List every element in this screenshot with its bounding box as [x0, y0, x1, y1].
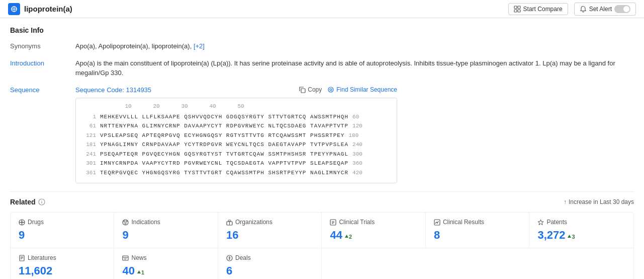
clinical-results-count: 8: [434, 229, 521, 242]
main-content: Basic Info Synonyms Apo(a), Apolipoprote…: [0, 18, 644, 279]
clinical-results-label: Clinical Results: [443, 219, 484, 226]
alert-icon: [580, 6, 587, 13]
start-compare-button[interactable]: Start Compare: [508, 3, 568, 15]
find-similar-icon: [328, 87, 334, 93]
copy-button[interactable]: Copy: [299, 86, 322, 93]
clinical-results-icon: [434, 219, 440, 226]
sequence-actions: Copy Find Similar Sequence: [299, 86, 397, 93]
svg-point-13: [41, 200, 42, 201]
copy-label: Copy: [308, 86, 322, 93]
svg-point-18: [125, 223, 126, 224]
related-item-organizations[interactable]: Organizations 16: [218, 213, 322, 248]
related-grid: Drugs 9 Indications: [10, 212, 634, 279]
patents-label: Patents: [546, 219, 567, 226]
svg-line-20: [126, 222, 127, 223]
indications-count: 9: [122, 229, 209, 242]
info-icon: [38, 198, 45, 205]
organizations-label: Organizations: [235, 219, 272, 226]
sequence-ruler: 10 20 30 40 50: [82, 102, 391, 111]
synonyms-row: Synonyms Apo(a), Apolipoprotein(a), lipo…: [10, 41, 634, 51]
news-up-icon: [137, 270, 141, 274]
related-item-clinical-results[interactable]: Clinical Results 8: [426, 213, 529, 248]
synonyms-label: Synonyms: [10, 41, 75, 50]
patents-up-icon: [567, 234, 572, 239]
sequence-header: Sequence Code: 1314935 Copy: [75, 85, 397, 95]
sequence-box[interactable]: 10 20 30 40 50 1 MEHKEVVLLL LLFLKSAAPE Q…: [75, 98, 397, 183]
app-logo: [8, 3, 20, 15]
news-icon: [122, 255, 129, 261]
drugs-count: 9: [19, 229, 106, 242]
synonyms-value: Apo(a), Apolipoprotein(a), lipoprotein(a…: [75, 41, 634, 51]
compare-label: Start Compare: [523, 6, 563, 13]
seq-line-361: 361 TEQRPGVQEC YHGNGQSYRG TYSTTVTGRT CQA…: [82, 169, 391, 177]
related-item-drugs[interactable]: Drugs 9: [11, 213, 114, 248]
drug-icon: [19, 219, 25, 226]
svg-rect-7: [518, 10, 520, 12]
related-item-literatures[interactable]: Literatures 11,602: [11, 248, 114, 279]
patents-icon: [537, 219, 544, 226]
drugs-label: Drugs: [28, 219, 44, 226]
organizations-count: 16: [226, 229, 313, 242]
literatures-count: 11,602: [19, 264, 106, 277]
seq-line-121: 121 VPSLEAPSEQ APTEQRPGVQ ECYHGNGQSY RGT…: [82, 131, 391, 140]
literatures-label: Literatures: [28, 254, 56, 261]
indication-icon: [122, 219, 129, 226]
related-item-indications[interactable]: Indications 9: [114, 213, 218, 248]
seq-line-1: 1 MEHKEVVLLL LLFLKSAAPE QSHVVQDCYH GDGQS…: [82, 113, 391, 121]
svg-rect-28: [434, 220, 440, 225]
synonyms-text: Apo(a), Apolipoprotein(a), lipoprotein(a…: [75, 42, 192, 50]
sequence-container: Sequence Code: 1314935 Copy: [75, 85, 397, 184]
clinical-trials-count: 44 2: [330, 229, 417, 242]
deals-icon: [226, 255, 233, 261]
literatures-icon: [19, 255, 25, 261]
seq-line-181: 181 YPNAGLIMNY CRNPDAVAAP YCYTRDPGVR WEY…: [82, 141, 391, 149]
sequence-row: Sequence Sequence Code: 1314935 Copy: [10, 85, 634, 184]
deals-count: 6: [226, 264, 313, 277]
org-icon: [226, 219, 233, 226]
patents-count: 3,272 3: [537, 229, 625, 242]
sequence-code[interactable]: Sequence Code: 1314935: [75, 85, 151, 95]
seq-line-301: 301 IMNYCRNPDA VAAPYCYTRD PGVRWEYCNL TQC…: [82, 159, 391, 168]
deals-label: Deals: [235, 254, 251, 261]
find-similar-label: Find Similar Sequence: [336, 86, 397, 93]
alert-label: Set Alert: [589, 6, 612, 13]
clinical-trials-icon: [330, 219, 336, 226]
related-header: Related ↑ Increase in Last 30 days: [10, 198, 634, 206]
synonyms-more-link[interactable]: [+2]: [194, 42, 205, 50]
introduction-label[interactable]: Introduction: [10, 58, 75, 67]
copy-icon: [299, 87, 306, 93]
header: lipoprotein(a) Start Compare Set Alert: [0, 0, 644, 18]
alert-toggle[interactable]: [614, 5, 630, 13]
compare-icon: [514, 6, 521, 13]
indications-label: Indications: [131, 219, 160, 226]
svg-rect-33: [123, 256, 128, 260]
related-item-patents[interactable]: Patents 3,272 3: [529, 213, 633, 248]
svg-point-9: [328, 87, 333, 92]
related-title: Related: [10, 198, 45, 206]
svg-rect-8: [301, 89, 305, 93]
header-right: Start Compare Set Alert: [508, 3, 636, 16]
related-section: Related ↑ Increase in Last 30 days: [10, 191, 634, 279]
set-alert-button[interactable]: Set Alert: [574, 3, 636, 16]
related-item-clinical-trials[interactable]: Clinical Trials 44 2: [322, 213, 425, 248]
trials-up-icon: [344, 234, 349, 239]
svg-point-17: [126, 220, 128, 222]
increase-label: ↑ Increase in Last 30 days: [564, 198, 634, 205]
introduction-row: Introduction Apo(a) is the main constitu…: [10, 58, 634, 78]
related-item-news[interactable]: News 40 1: [114, 248, 218, 279]
increase-arrow-icon: ↑: [564, 198, 567, 205]
svg-point-10: [330, 89, 332, 91]
related-item-deals[interactable]: Deals 6: [218, 248, 322, 279]
seq-line-241: 241 PSEQAPTEQR PGVQECYHGN GQSYRGTYST TVT…: [82, 150, 391, 159]
svg-rect-6: [514, 10, 517, 12]
find-similar-button[interactable]: Find Similar Sequence: [328, 86, 397, 93]
seq-line-61: 61 NRTTENYPNA GLIMNYCRNP DAVAAPYCYT RDPG…: [82, 122, 391, 130]
clinical-trials-label: Clinical Trials: [339, 219, 375, 226]
news-count: 40 1: [122, 264, 209, 277]
sequence-label[interactable]: Sequence: [10, 85, 75, 94]
page-title: lipoprotein(a): [24, 5, 72, 13]
news-label: News: [131, 254, 146, 261]
increase-text: Increase in Last 30 days: [569, 198, 634, 205]
svg-rect-5: [518, 6, 520, 9]
related-label: Related: [10, 198, 36, 206]
